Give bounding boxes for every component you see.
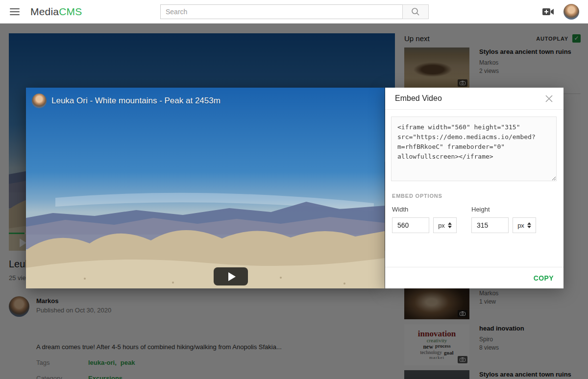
top-bar: MediaCMS xyxy=(0,0,588,24)
mountain-scene xyxy=(26,88,385,288)
search-input[interactable] xyxy=(160,4,402,19)
width-input[interactable] xyxy=(392,217,429,233)
search-form xyxy=(160,4,429,19)
modal-title: Embed Video xyxy=(395,94,442,103)
width-label: Width xyxy=(392,206,457,213)
logo-text-cms: CMS xyxy=(59,6,82,17)
preview-play-button[interactable] xyxy=(214,267,248,285)
embed-code-textarea[interactable]: <iframe width="560" height="315" src="ht… xyxy=(391,117,557,181)
spinner-icon xyxy=(448,222,452,228)
height-input[interactable] xyxy=(471,217,509,233)
width-unit-select[interactable]: px xyxy=(433,217,457,233)
upload-media-button[interactable] xyxy=(542,7,555,19)
preview-channel-avatar[interactable] xyxy=(32,94,47,108)
embed-preview-player[interactable]: Leuka Ori - White mountains - Peak at 24… xyxy=(26,88,385,288)
video-upload-icon xyxy=(542,7,555,17)
user-avatar[interactable] xyxy=(564,4,579,20)
height-unit-select[interactable]: px xyxy=(513,217,536,233)
height-unit-value: px xyxy=(517,222,524,229)
search-button[interactable] xyxy=(402,4,429,19)
close-icon[interactable] xyxy=(543,93,555,104)
menu-icon[interactable] xyxy=(10,8,20,15)
logo-text-media: Media xyxy=(30,6,59,17)
preview-video-title[interactable]: Leuka Ori - White mountains - Peak at 24… xyxy=(51,96,220,106)
play-icon xyxy=(228,272,236,281)
copy-button[interactable]: COPY xyxy=(534,274,554,282)
embed-video-modal: Embed Video <iframe width="560" height="… xyxy=(385,88,564,288)
search-icon xyxy=(411,7,420,16)
height-label: Height xyxy=(471,206,536,213)
embed-options-label: EMBED OPTIONS xyxy=(392,193,558,199)
width-unit-value: px xyxy=(438,222,445,229)
app-logo[interactable]: MediaCMS xyxy=(30,6,82,18)
spinner-icon xyxy=(527,222,531,228)
